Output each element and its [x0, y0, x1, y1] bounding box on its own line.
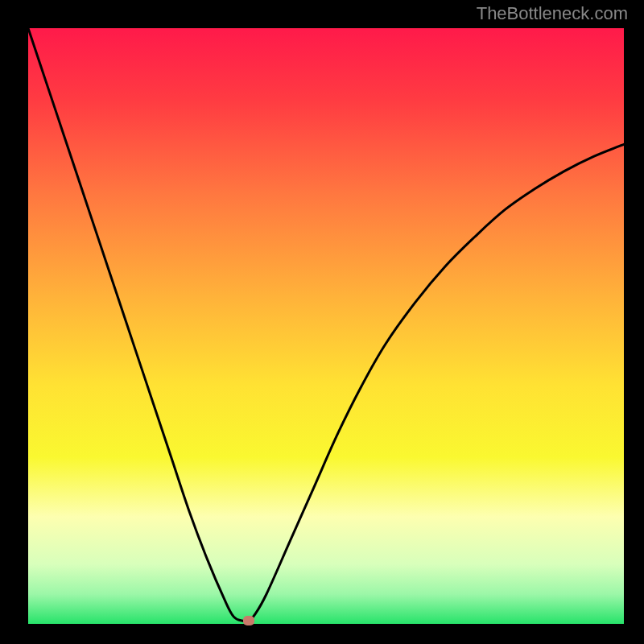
watermark-text: TheBottleneck.com — [477, 3, 628, 24]
bottleneck-curve — [28, 28, 624, 624]
optimum-marker — [243, 616, 254, 625]
plot-area — [28, 28, 624, 624]
